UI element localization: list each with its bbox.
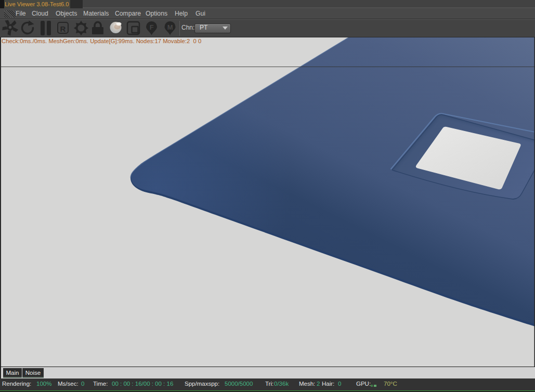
svg-text:R: R <box>60 24 66 33</box>
svg-text:F: F <box>150 23 154 31</box>
svg-text:M: M <box>167 23 173 31</box>
